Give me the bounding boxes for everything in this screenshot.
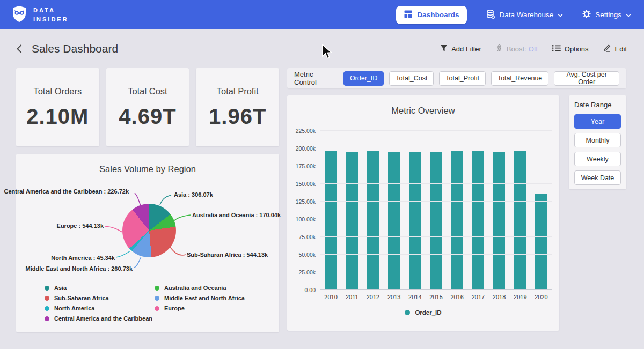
y-axis-tick: 200.00k <box>296 145 316 152</box>
legend-label: Central America and the Caribbean <box>54 315 152 322</box>
legend-dot <box>45 286 49 291</box>
y-axis-tick: 50.00k <box>298 251 316 258</box>
kpi-label: Total Profit <box>217 86 259 96</box>
kpi-card-total-cost: Total Cost 4.69T <box>106 68 189 146</box>
kpi-value: 2.10M <box>26 105 89 129</box>
gridline <box>320 236 552 237</box>
bar-2014[interactable] <box>409 152 421 290</box>
bar-2010[interactable] <box>325 151 337 290</box>
bar-2018[interactable] <box>493 152 505 290</box>
x-axis-label-2010: 2010 <box>320 294 341 300</box>
date-range-option-week-date[interactable]: Week Date <box>574 170 621 185</box>
dashboard-grid-icon <box>404 10 412 20</box>
y-axis-tick: 225.00k <box>296 128 316 134</box>
date-range-option-monthly[interactable]: Monthly <box>574 133 621 147</box>
pie-legend-item-middle-east-and-north-africa: Middle East and North Africa <box>155 295 265 301</box>
legend-dot <box>155 296 159 301</box>
kpi-card-total-profit: Total Profit 1.96T <box>196 68 279 146</box>
kpi-card-total-orders: Total Orders 2.10M <box>16 68 99 146</box>
gridline <box>320 219 552 219</box>
chevron-down-icon <box>626 11 631 19</box>
bar-2017[interactable] <box>472 151 484 290</box>
x-axis-label-2011: 2011 <box>341 294 362 300</box>
y-axis-tick: 0.00 <box>305 287 316 293</box>
gridline <box>320 254 552 255</box>
brand-logo[interactable]: DATA INSIDER <box>12 5 69 25</box>
filter-funnel-icon <box>440 44 448 54</box>
list-options-icon <box>552 44 561 53</box>
pie-label-north-america: North America : 45.34k <box>51 255 115 261</box>
date-range-label: Date Range <box>574 101 621 109</box>
pie-legend-item-sub-saharan-africa: Sub-Saharan Africa <box>45 295 155 301</box>
gridline <box>320 183 552 184</box>
bar-chart-plot: 0.0025.00k50.00k75.00k100.00k125.00k150.… <box>320 131 552 290</box>
boost-toggle[interactable]: Boost: Off <box>496 44 538 54</box>
app-window: DATA INSIDER Dashboards <box>0 0 644 349</box>
pie-chart-card: Sales Volume by Region Central America a… <box>16 154 279 332</box>
gridline <box>320 201 552 202</box>
x-axis-label-2013: 2013 <box>384 294 405 300</box>
pie-chart[interactable] <box>122 204 176 257</box>
kpi-label: Total Orders <box>33 86 82 96</box>
nav-dashboards-button[interactable]: Dashboards <box>396 6 467 24</box>
rocket-icon <box>496 44 503 54</box>
legend-dot <box>405 310 410 315</box>
date-range-option-weekly[interactable]: Weekly <box>574 152 621 166</box>
kpi-value: 4.69T <box>119 105 176 129</box>
back-button[interactable] <box>16 44 23 54</box>
x-axis-label-2012: 2012 <box>362 294 383 300</box>
pie-legend: AsiaAustralia and OceaniaSub-Saharan Afr… <box>45 285 279 322</box>
chevron-down-icon <box>558 11 563 19</box>
legend-dot <box>155 286 159 291</box>
metric-option-total-profit[interactable]: Total_Profit <box>439 71 486 86</box>
pie-label-europe: Europe : 544.13k <box>57 222 104 229</box>
nav-settings-button[interactable]: Settings <box>582 10 631 20</box>
metric-control-bar: Metric Control Order_IDTotal_CostTotal_P… <box>287 68 626 88</box>
pencil-icon <box>603 44 611 54</box>
legend-label: Australia and Oceania <box>164 285 226 291</box>
edit-button[interactable]: Edit <box>603 44 627 54</box>
bar-2012[interactable] <box>367 151 379 290</box>
metric-option-order-id[interactable]: Order_ID <box>343 71 384 86</box>
owl-logo-icon <box>12 5 27 25</box>
pie-legend-item-asia: Asia <box>45 285 155 291</box>
nav-settings-label: Settings <box>595 11 621 19</box>
bar-chart-x-axis: 2010201120122013201420152016201720182019… <box>320 294 552 300</box>
bar-2016[interactable] <box>451 151 463 290</box>
metric-control-label: Metric Control <box>294 70 336 86</box>
kpi-label: Total Cost <box>128 86 167 96</box>
brand-name: DATA INSIDER <box>33 6 69 24</box>
add-filter-button[interactable]: Add Filter <box>440 44 481 54</box>
bar-2011[interactable] <box>346 152 358 290</box>
legend-dot <box>45 316 49 321</box>
bar-2013[interactable] <box>388 152 400 290</box>
page-header: Sales Dashboard Add Filter Boost: Off <box>0 29 644 68</box>
y-axis-tick: 75.00k <box>298 234 316 240</box>
pie-label-sub-saharan-africa: Sub-Saharan Africa : 544.13k <box>187 251 268 258</box>
kpi-value: 1.96T <box>209 105 266 129</box>
pie-label-central-america: Central America and the Caribbean : 226.… <box>4 188 129 195</box>
pie-legend-item-australia-and-oceania: Australia and Oceania <box>155 285 265 291</box>
legend-label: Sub-Saharan Africa <box>54 295 109 301</box>
legend-dot <box>45 306 49 311</box>
bar-2015[interactable] <box>430 152 442 290</box>
metric-option-total-revenue[interactable]: Total_Revenue <box>491 71 548 86</box>
legend-label: Middle East and North Africa <box>164 295 245 301</box>
nav-data-warehouse-button[interactable]: Data Warehouse <box>486 10 563 20</box>
metric-option-avg-cost-per-order[interactable]: Avg. Cost per Order <box>554 71 619 86</box>
x-axis-label-2019: 2019 <box>510 294 531 300</box>
options-button[interactable]: Options <box>552 44 589 53</box>
gridline <box>320 289 552 290</box>
y-axis-tick: 175.00k <box>296 163 316 169</box>
bar-chart-title: Metric Overview <box>287 95 559 116</box>
bar-2019[interactable] <box>514 151 526 290</box>
x-axis-label-2020: 2020 <box>531 294 552 300</box>
bar-chart-card: Metric Overview 0.0025.00k50.00k75.00k10… <box>287 95 559 331</box>
x-axis-label-2016: 2016 <box>447 294 467 300</box>
top-nav: DATA INSIDER Dashboards <box>0 0 644 29</box>
bar-2020[interactable] <box>535 194 547 290</box>
metric-option-total-cost[interactable]: Total_Cost <box>389 71 434 86</box>
date-range-option-year[interactable]: Year <box>574 114 621 129</box>
nav-dashboards-label: Dashboards <box>417 11 459 19</box>
pie-label-middle-east: Middle East and North Africa : 260.73k <box>26 265 133 272</box>
